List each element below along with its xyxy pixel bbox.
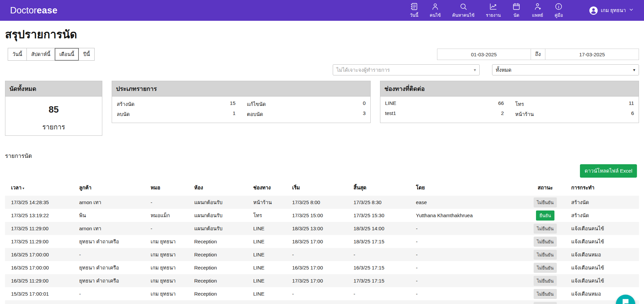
cell-time: 17/3/25 11:29:00 — [5, 222, 77, 235]
column-header[interactable]: หมอ — [149, 181, 192, 196]
cell-doctor: - — [149, 196, 192, 209]
table-header-row: เวลา▾ลูกค้าหมอห้องช่องทางเริ่มสิ้นสุดโดย… — [5, 181, 639, 196]
brand-logo[interactable]: Doctorease — [10, 5, 58, 16]
cell-doctor: - — [149, 300, 192, 304]
stat-value: 6 — [631, 110, 634, 118]
stat-label: test1 — [385, 110, 396, 118]
cell-channel: LINE — [251, 274, 290, 287]
stat-label: โทร — [515, 100, 524, 108]
nav-item-doctor[interactable]: แพทย์ — [532, 2, 543, 19]
range-tab[interactable]: ปีนี้ — [78, 48, 95, 61]
cell-customer: - — [77, 300, 149, 304]
cell-action: แจ้งเตือนคนไข้ — [569, 235, 639, 248]
cell-doctor: เกม ยุทธนา — [149, 235, 192, 248]
nav-label: คู่มือ — [554, 12, 563, 19]
appointments-table: เวลา▾ลูกค้าหมอห้องช่องทางเริ่มสิ้นสุดโดย… — [5, 181, 639, 304]
cell-channel: LINE — [251, 261, 290, 274]
cell-time: 15/3/25 17:00:01 — [5, 287, 77, 300]
cell-by: - — [414, 274, 521, 287]
cell-start: - — [290, 300, 352, 304]
status-badge: ไม่ยืนยัน — [534, 302, 557, 304]
date-to-label: ถึง — [531, 49, 545, 60]
column-header[interactable]: เวลา▾ — [5, 181, 77, 196]
operator-filter-select[interactable]: ไม่ได้เจาะจงผู้ทำรายการ ▾ — [333, 64, 480, 75]
nav-label: แพทย์ — [532, 12, 543, 19]
type-filter-select[interactable]: ทั้งหมด ▾ — [492, 64, 639, 75]
download-excel-button[interactable]: ดาวน์โหลดไฟล์ Excel — [580, 164, 637, 178]
cell-action: แจ้งเตือนคนไข้ — [569, 261, 639, 274]
cell-action: สร้างนัด — [569, 209, 639, 222]
cell-channel: LINE — [251, 300, 290, 304]
column-header[interactable]: การกระทำ — [569, 181, 639, 196]
cell-start: 17/3/25 15:00 — [290, 209, 352, 222]
nav-items: วันนี้คนไข้ค้นหาคนไข้รายงานนัดแพทย์คู่มื… — [410, 2, 563, 19]
cell-start: - — [290, 248, 352, 261]
chevron-down-icon — [629, 7, 634, 14]
cell-end: - — [352, 287, 414, 300]
channel-card-items: LINE66โทร11test12หน้าร้าน6 — [380, 97, 639, 123]
type-card-items: สร้างนัด15แก้ไขนัด0ลบนัด1ตอบนัด3 — [112, 97, 370, 123]
cell-channel: LINE — [251, 248, 290, 261]
cell-end: 17/3/25 8:30 — [352, 196, 414, 209]
patient-icon — [431, 2, 439, 11]
cell-time: 16/3/25 17:00:00 — [5, 261, 77, 274]
cell-action: แจ้งเตือนคนไข้ — [569, 274, 639, 287]
nav-item-manual-info[interactable]: คู่มือ — [554, 2, 563, 19]
total-appointments-value: 85 — [49, 105, 59, 115]
cell-start: - — [290, 287, 352, 300]
status-badge: ไม่ยืนยัน — [534, 197, 557, 207]
total-appointments-unit: รายการ — [42, 122, 65, 132]
stat-label: สร้างนัด — [117, 100, 135, 108]
cell-status: ไม่ยืนยัน — [521, 248, 569, 261]
range-tab[interactable]: วันนี้ — [8, 48, 27, 61]
nav-item-appointment-calendar[interactable]: นัด — [512, 2, 521, 19]
appointment-calendar-icon — [512, 2, 521, 11]
range-tab[interactable]: สัปดาห์นี้ — [26, 48, 55, 61]
chevron-down-icon: ▾ — [633, 67, 635, 72]
stat-value: 11 — [629, 100, 634, 108]
appointment-list-title: รายการนัด — [5, 151, 639, 160]
total-card-body: 85 รายการ — [5, 97, 102, 132]
date-to-input[interactable] — [545, 49, 639, 60]
cell-status: ไม่ยืนยัน — [521, 235, 569, 248]
column-header[interactable]: ช่องทาง — [251, 181, 290, 196]
cell-customer: ยุทธนา คำถาเครือ — [77, 235, 149, 248]
doctor-icon — [533, 2, 542, 11]
cell-by: - — [414, 222, 521, 235]
status-badge: ไม่ยืนยัน — [534, 237, 557, 247]
card-title: นัดทั้งหมด — [5, 81, 102, 97]
cell-status: ไม่ยืนยัน — [521, 261, 569, 274]
table-row: 15/3/25 17:00:01--แผนกต้อนรับLINE---ไม่ย… — [5, 300, 639, 304]
stat-item: แก้ไขนัด0 — [247, 99, 366, 109]
stat-item: โทร11 — [515, 99, 634, 109]
nav-item-report-chart[interactable]: รายงาน — [486, 2, 501, 19]
nav-item-patient[interactable]: คนไข้ — [430, 2, 441, 19]
range-tab[interactable]: เดือนนี้ — [55, 48, 79, 61]
date-from-input[interactable] — [437, 49, 531, 60]
nav-item-today-agenda[interactable]: วันนี้ — [410, 2, 418, 19]
user-menu[interactable]: เกม ยุทธนา — [589, 6, 634, 15]
cell-room: แผนกต้อนรับ — [192, 196, 251, 209]
summary-cards: นัดทั้งหมด 85 รายการ ประเภทรายการ สร้างน… — [5, 81, 639, 136]
column-header[interactable]: ห้อง — [192, 181, 251, 196]
nav-label: ค้นหาคนไข้ — [452, 12, 474, 19]
cell-time: 17/3/25 11:29:00 — [5, 235, 77, 248]
card-title: ช่องทางที่ติดต่อ — [380, 81, 639, 97]
cell-room: Reception — [192, 287, 251, 300]
column-header[interactable]: สิ้นสุด — [352, 181, 414, 196]
cell-start: 18/3/25 17:00 — [290, 235, 352, 248]
cell-customer: arnon เทา — [77, 222, 149, 235]
nav-label: คนไข้ — [430, 12, 441, 19]
cell-customer: ยุทธนา คำถาเครือ — [77, 261, 149, 274]
column-header[interactable]: เริ่ม — [290, 181, 352, 196]
nav-item-search[interactable]: ค้นหาคนไข้ — [452, 2, 474, 19]
table-row: 17/3/25 13:19:22พินหมอแม็กแผนกต้อนรับโทร… — [5, 209, 639, 222]
cell-customer: - — [77, 287, 149, 300]
cell-end: 16/3/25 17:15 — [352, 261, 414, 274]
column-header[interactable]: ลูกค้า — [77, 181, 149, 196]
stat-value: 66 — [498, 100, 504, 108]
manual-info-icon — [554, 2, 563, 11]
column-header[interactable]: โดย — [414, 181, 521, 196]
cell-room: Reception — [192, 274, 251, 287]
column-header[interactable]: สถานะ — [521, 181, 569, 196]
